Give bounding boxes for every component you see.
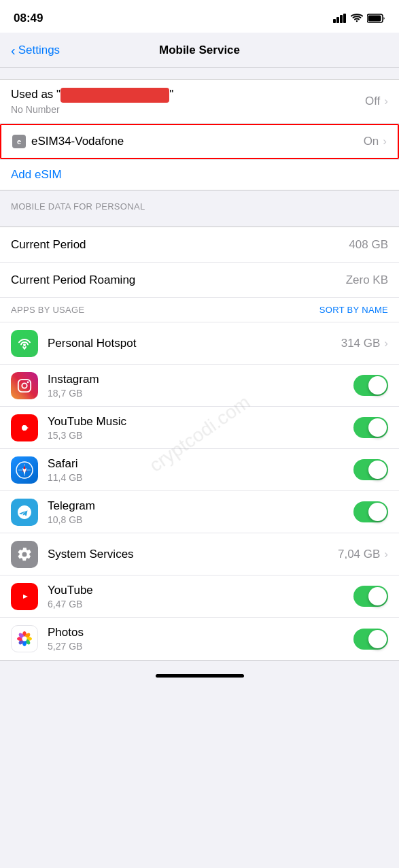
system-services-chevron-icon: › bbox=[384, 548, 388, 561]
svg-rect-7 bbox=[18, 379, 31, 391]
telegram-name: Telegram bbox=[48, 499, 344, 513]
svg-point-9 bbox=[27, 381, 29, 383]
telegram-right[interactable] bbox=[353, 501, 388, 522]
instagram-icon bbox=[11, 372, 38, 399]
current-period-roaming-label: Current Period Roaming bbox=[11, 273, 135, 287]
status-time: 08:49 bbox=[14, 12, 43, 25]
list-item[interactable]: YouTube Music 15,3 GB bbox=[0, 407, 399, 449]
youtube-music-toggle[interactable] bbox=[353, 417, 388, 438]
apps-by-usage-label: APPS BY USAGE bbox=[11, 305, 84, 315]
list-item[interactable]: Safari 11,4 GB bbox=[0, 449, 399, 491]
nav-bar: ‹ Settings Mobile Service bbox=[0, 33, 399, 68]
photos-name: Photos bbox=[48, 626, 344, 639]
esim-chevron-icon: › bbox=[383, 135, 387, 148]
photos-icon bbox=[11, 625, 38, 652]
svg-point-29 bbox=[22, 637, 27, 641]
safari-toggle[interactable] bbox=[353, 459, 388, 480]
esim-icon: e bbox=[12, 135, 26, 148]
list-item[interactable]: YouTube 6,47 GB bbox=[0, 575, 399, 618]
youtube-right[interactable] bbox=[353, 586, 388, 607]
telegram-info: Telegram 10,8 GB bbox=[48, 499, 344, 525]
current-period-roaming-row: Current Period Roaming Zero KB bbox=[0, 263, 399, 298]
system-services-name: System Services bbox=[48, 548, 328, 561]
personal-hotspot-chevron-icon: › bbox=[384, 337, 388, 350]
home-indicator bbox=[156, 674, 244, 678]
esim-right: On › bbox=[364, 135, 387, 148]
svg-point-8 bbox=[22, 383, 27, 388]
safari-info: Safari 11,4 GB bbox=[48, 457, 344, 483]
esim-name: eSIM34-Vodafone bbox=[31, 135, 124, 148]
list-item[interactable]: Telegram 10,8 GB bbox=[0, 491, 399, 533]
list-item[interactable]: Photos 5,27 GB bbox=[0, 618, 399, 660]
youtube-info: YouTube 6,47 GB bbox=[48, 584, 344, 610]
personal-hotspot-info: Personal Hotspot bbox=[48, 337, 332, 350]
svg-point-6 bbox=[23, 344, 26, 346]
youtube-music-icon bbox=[11, 414, 38, 441]
add-esim-link[interactable]: Add eSIM bbox=[11, 168, 62, 181]
system-services-info: System Services bbox=[48, 548, 328, 561]
used-as-left: Used as "" No Number bbox=[11, 88, 173, 115]
used-as-right: Off › bbox=[365, 95, 388, 108]
list-item[interactable]: Instagram 18,7 GB bbox=[0, 365, 399, 407]
list-item[interactable]: Personal Hotspot 314 GB › bbox=[0, 322, 399, 365]
youtube-music-name: YouTube Music bbox=[48, 415, 344, 429]
no-number-label: No Number bbox=[11, 104, 173, 115]
photos-right[interactable] bbox=[353, 629, 388, 650]
svg-rect-2 bbox=[340, 15, 343, 23]
used-as-row[interactable]: Used as "" No Number Off › bbox=[0, 80, 399, 124]
photos-toggle[interactable] bbox=[353, 629, 388, 650]
safari-icon bbox=[11, 456, 38, 484]
telegram-icon bbox=[11, 499, 38, 526]
status-bar: 08:49 bbox=[0, 0, 399, 33]
personal-hotspot-right: 314 GB › bbox=[341, 337, 388, 350]
svg-rect-0 bbox=[333, 19, 336, 23]
instagram-size: 18,7 GB bbox=[48, 388, 344, 399]
safari-right[interactable] bbox=[353, 459, 388, 480]
redacted-name bbox=[60, 88, 169, 103]
youtube-music-size: 15,3 GB bbox=[48, 430, 344, 441]
youtube-music-info: YouTube Music 15,3 GB bbox=[48, 415, 344, 441]
youtube-music-right[interactable] bbox=[353, 417, 388, 438]
used-as-status: Off bbox=[365, 95, 380, 108]
instagram-name: Instagram bbox=[48, 373, 344, 386]
instagram-toggle[interactable] bbox=[353, 375, 388, 396]
photos-size: 5,27 GB bbox=[48, 641, 344, 652]
add-esim-row[interactable]: Add eSIM bbox=[0, 159, 399, 190]
youtube-icon bbox=[11, 583, 38, 610]
esim-left: e eSIM34-Vodafone bbox=[12, 135, 124, 148]
current-period-row: Current Period 408 GB bbox=[0, 227, 399, 263]
system-services-right: 7,04 GB › bbox=[338, 548, 388, 561]
personal-hotspot-name: Personal Hotspot bbox=[48, 337, 332, 350]
telegram-size: 10,8 GB bbox=[48, 514, 344, 525]
mobile-data-header: MOBILE DATA FOR PERSONAL bbox=[0, 190, 399, 216]
back-button[interactable]: ‹ Settings bbox=[11, 44, 60, 57]
svg-rect-1 bbox=[336, 17, 339, 23]
safari-size: 11,4 GB bbox=[48, 472, 344, 483]
photos-info: Photos 5,27 GB bbox=[48, 626, 344, 652]
instagram-right[interactable] bbox=[353, 375, 388, 396]
sort-by-name-button[interactable]: SORT BY NAME bbox=[319, 305, 388, 315]
status-icons bbox=[333, 14, 385, 23]
content: Used as "" No Number Off › e eSIM34-Voda… bbox=[0, 79, 399, 684]
youtube-size: 6,47 GB bbox=[48, 599, 344, 610]
list-item[interactable]: System Services 7,04 GB › bbox=[0, 533, 399, 575]
safari-name: Safari bbox=[48, 457, 344, 471]
instagram-info: Instagram 18,7 GB bbox=[48, 373, 344, 399]
wifi-icon bbox=[351, 14, 363, 23]
battery-icon bbox=[367, 14, 385, 23]
data-stats-group: Current Period 408 GB Current Period Roa… bbox=[0, 227, 399, 661]
current-period-value: 408 GB bbox=[349, 238, 388, 252]
page-title: Mobile Service bbox=[159, 44, 240, 57]
back-label: Settings bbox=[18, 44, 60, 57]
esim-status: On bbox=[364, 135, 379, 148]
current-period-roaming-value: Zero KB bbox=[346, 273, 388, 287]
esim-row[interactable]: e eSIM34-Vodafone On › bbox=[0, 124, 399, 159]
svg-rect-3 bbox=[343, 14, 346, 23]
current-period-label: Current Period bbox=[11, 238, 86, 252]
youtube-toggle[interactable] bbox=[353, 586, 388, 607]
system-services-value: 7,04 GB bbox=[338, 548, 380, 561]
telegram-toggle[interactable] bbox=[353, 501, 388, 522]
used-as-group: Used as "" No Number Off › e eSIM34-Voda… bbox=[0, 79, 399, 190]
system-services-icon bbox=[11, 541, 38, 568]
apps-by-usage-header: APPS BY USAGE SORT BY NAME bbox=[0, 298, 399, 322]
